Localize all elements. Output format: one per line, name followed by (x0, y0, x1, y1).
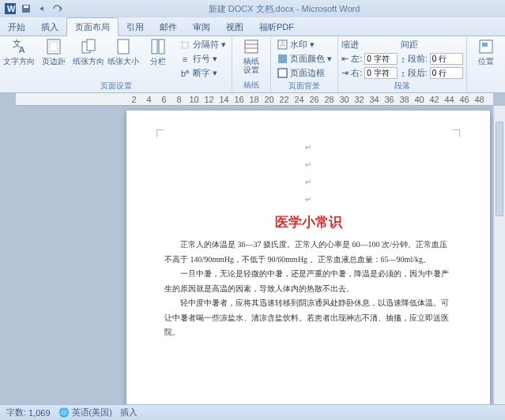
document-paragraph[interactable]: 正常人的体温是 36—37 摄氏度。正常人的心率是 60—100 次/分钟。正常… (164, 238, 452, 267)
page-color-icon (277, 54, 288, 65)
tab-mail[interactable]: 邮件 (152, 18, 185, 36)
indent-right-label: 右: (351, 67, 362, 79)
status-bar: 字数:1,069 🌐英语(美国) 插入 (0, 404, 505, 420)
insert-mode[interactable]: 插入 (120, 407, 138, 418)
tab-reference[interactable]: 引用 (119, 18, 152, 36)
tab-review[interactable]: 审阅 (185, 18, 218, 36)
title-bar: W 新建 DOCX 文档.docx - Microsoft Word (0, 0, 505, 17)
svg-text:A: A (19, 45, 25, 54)
indent-left-input[interactable] (364, 53, 398, 65)
quick-access-toolbar: W (0, 3, 63, 14)
undo-icon[interactable] (36, 3, 47, 14)
breaks-icon: ⬚ (179, 39, 190, 51)
tab-start[interactable]: 开始 (0, 18, 33, 36)
redo-icon[interactable] (52, 3, 63, 14)
margin-corner-tr (452, 129, 460, 137)
tab-view[interactable]: 视图 (218, 18, 251, 36)
group-paragraph: 缩进 ⇤左: ⇥右: 间距 ↕段前: ↕段后: 段落 (338, 36, 467, 92)
page-border-icon (277, 68, 288, 79)
window-title: 新建 DOCX 文档.docx - Microsoft Word (63, 3, 505, 15)
text-direction-button[interactable]: 文A文字方向 (3, 38, 35, 66)
language-status[interactable]: 🌐英语(美国) (58, 407, 112, 418)
group-arrange: 位置 (467, 36, 505, 92)
indent-right-icon: ⇥ (341, 68, 349, 78)
indent-left-label: 左: (351, 53, 362, 65)
ribbon-tabs: 开始 插入 页面布局 引用 邮件 审阅 视图 福昕PDF (0, 17, 505, 36)
group-label-page-setup: 页面设置 (3, 80, 228, 93)
vertical-scrollbar[interactable] (493, 106, 505, 404)
scrollbar-thumb[interactable] (496, 122, 503, 216)
save-icon[interactable] (21, 3, 32, 14)
group-paper: 稿纸 设置 稿纸 (232, 36, 271, 92)
group-label-paragraph: 段落 (341, 80, 463, 93)
group-label-arrange (470, 81, 502, 92)
tab-layout[interactable]: 页面布局 (66, 17, 119, 36)
paragraph-mark: ↵ (164, 191, 452, 208)
indent-left-icon: ⇤ (341, 54, 349, 64)
margins-button[interactable]: 页边距 (38, 38, 70, 66)
page-border-button[interactable]: 页面边框 (274, 66, 334, 80)
document-workspace: 2468101214161820222426283032343638404244… (0, 93, 505, 404)
word-count[interactable]: 字数:1,069 (6, 407, 51, 418)
document-page[interactable]: ↵ ↵ ↵ ↵ 医学小常识 正常人的体温是 36—37 摄氏度。正常人的心率是 … (126, 111, 490, 404)
space-after-label: 段后: (408, 67, 428, 79)
horizontal-ruler[interactable]: 2468101214161820222426283032343638404244… (16, 93, 493, 106)
svg-rect-19 (278, 69, 287, 77)
paper-size-button[interactable]: 纸张大小 (107, 38, 139, 66)
group-background: A水印 ▾ 页面颜色 ▾ 页面边框 页面背景 (271, 36, 338, 92)
writing-paper-button[interactable]: 稿纸 设置 (236, 38, 267, 74)
space-before-icon: ↕ (401, 54, 405, 64)
orientation-button[interactable]: 纸张方向 (73, 38, 104, 66)
tab-insert[interactable]: 插入 (33, 18, 66, 36)
space-after-input[interactable] (430, 67, 463, 79)
svg-rect-12 (159, 39, 164, 54)
word-icon: W (5, 3, 16, 14)
svg-rect-10 (118, 39, 129, 54)
breaks-button[interactable]: ⬚分隔符 ▾ (177, 38, 228, 51)
svg-text:A: A (280, 39, 286, 49)
group-label-background: 页面背景 (274, 80, 334, 93)
document-paragraph[interactable]: 一旦中暑，无论是轻微的中暑，还是严重的中暑，降温是必须的，因为中暑产生的原因就是… (164, 267, 452, 296)
ribbon: 文A文字方向 页边距 纸张方向 纸张大小 分栏 ⬚分隔符 ▾ ≡行号 ▾ bª断… (0, 36, 505, 93)
page-color-button[interactable]: 页面颜色 ▾ (274, 52, 334, 66)
paragraph-mark: ↵ (164, 156, 452, 174)
svg-rect-21 (482, 43, 488, 47)
watermark-button[interactable]: A水印 ▾ (274, 38, 334, 51)
svg-rect-11 (152, 39, 157, 54)
space-before-input[interactable] (430, 53, 463, 65)
globe-icon: 🌐 (58, 407, 70, 418)
svg-rect-9 (87, 39, 95, 51)
group-label-paper: 稿纸 (236, 79, 267, 92)
line-numbers-button[interactable]: ≡行号 ▾ (177, 52, 228, 66)
indent-header: 缩进 (341, 38, 398, 51)
line-no-icon: ≡ (179, 54, 190, 65)
spacing-header: 间距 (401, 38, 463, 51)
document-title[interactable]: 医学小常识 (164, 213, 452, 231)
tab-foxit[interactable]: 福昕PDF (251, 18, 302, 36)
position-button[interactable]: 位置 (470, 38, 502, 66)
svg-rect-18 (278, 54, 287, 63)
svg-text:W: W (7, 4, 16, 13)
columns-button[interactable]: 分栏 (142, 38, 174, 66)
svg-rect-3 (24, 6, 28, 8)
space-after-icon: ↕ (401, 69, 405, 78)
paragraph-mark: ↵ (164, 139, 452, 156)
space-before-label: 段前: (408, 53, 428, 65)
paragraph-mark: ↵ (164, 174, 452, 191)
document-paragraph[interactable]: 轻中度中暑者，应将其迅速转移到阴凉通风处静卧休息，以迅速降低体温。可让中暑者喝一… (164, 296, 452, 340)
svg-rect-13 (245, 40, 258, 53)
hyphenation-button[interactable]: bª断字 ▾ (177, 66, 228, 80)
watermark-icon: A (277, 39, 288, 51)
hyphen-icon: bª (179, 68, 190, 79)
margin-corner-tl (156, 129, 164, 137)
indent-right-input[interactable] (364, 67, 398, 79)
group-page-setup: 文A文字方向 页边距 纸张方向 纸张大小 分栏 ⬚分隔符 ▾ ≡行号 ▾ bª断… (0, 36, 232, 92)
